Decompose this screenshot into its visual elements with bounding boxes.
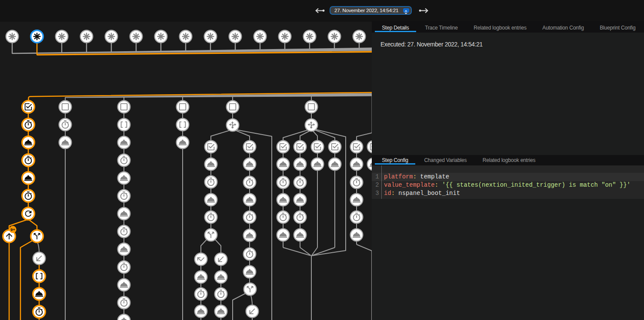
svg-text:9+: 9+ [10,227,15,232]
